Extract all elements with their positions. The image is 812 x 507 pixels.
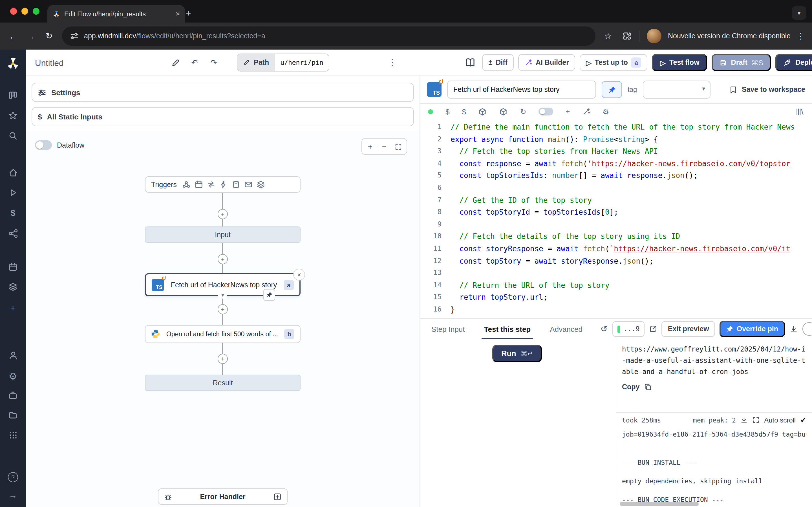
triggers-node[interactable]: Triggers (145, 176, 301, 193)
sidebar-search-icon[interactable] (0, 131, 26, 140)
download-logs-icon[interactable] (741, 416, 748, 424)
cut-off-icon[interactable] (802, 322, 812, 336)
step-b-node[interactable]: Open url and fetch first 500 words of ..… (145, 325, 301, 343)
step-expand-chevron-icon[interactable]: ▾ (218, 292, 227, 298)
site-settings-icon[interactable] (70, 32, 79, 41)
window-minimize-button[interactable] (21, 8, 28, 15)
run-button[interactable]: Run ⌘↵ (492, 345, 542, 362)
window-maximize-button[interactable] (33, 8, 40, 15)
pin-toggle-button[interactable] (602, 81, 622, 98)
fit-view-button[interactable] (391, 140, 405, 153)
flow-more-menu-icon[interactable]: ⋮ (388, 57, 397, 68)
reset-icon[interactable]: ↻ (520, 107, 526, 116)
diff-button[interactable]: ± Diff (483, 54, 514, 71)
pinned-data-chip[interactable] (263, 289, 275, 301)
webhook-trigger-icon[interactable] (183, 180, 191, 189)
delete-step-button[interactable]: × (293, 269, 305, 281)
add-error-handler-icon[interactable] (273, 493, 282, 501)
diff-mode-icon[interactable]: ± (566, 107, 570, 116)
step-a-node[interactable]: TS Fetch url of HackerNews top story a ×… (145, 273, 301, 296)
deploy-button[interactable]: Deploy (776, 54, 812, 71)
flow-name[interactable]: Untitled (35, 58, 64, 67)
sidebar-add-icon[interactable]: + (0, 303, 26, 313)
browser-menu-icon[interactable]: ⋮ (794, 27, 808, 45)
address-bar[interactable]: app.windmill.dev/flows/edit/u/henri/pin_… (62, 26, 595, 46)
browser-tab[interactable]: Edit Flow u/henri/pin_results × (47, 5, 185, 22)
add-step-button[interactable]: + (218, 209, 228, 219)
library-icon[interactable] (796, 107, 804, 116)
input-node[interactable]: Input (145, 226, 301, 243)
path-segment[interactable]: Path (238, 54, 274, 71)
zoom-in-button[interactable]: + (363, 140, 377, 153)
save-to-workspace-button[interactable]: Save to workspace (729, 86, 805, 94)
editor-toggle[interactable] (539, 108, 553, 115)
draft-button[interactable]: Draft ⌘S (712, 54, 771, 71)
tab-close-button[interactable]: × (175, 10, 180, 18)
package-icon[interactable] (499, 107, 508, 116)
result-node[interactable]: Result (145, 375, 301, 391)
tab-search-button[interactable]: ▾ (792, 6, 806, 20)
windmill-logo[interactable] (0, 56, 26, 71)
sidebar-variables-icon[interactable]: $ (0, 208, 26, 217)
http-route-tr igger-icon[interactable] (207, 180, 216, 189)
docs-book-icon[interactable] (463, 55, 478, 70)
path-control[interactable]: Path u/henri/pin (237, 54, 329, 71)
forward-button[interactable]: → (22, 27, 40, 45)
variables-dollar-icon[interactable]: $ (446, 107, 449, 116)
sidebar-resources-icon[interactable] (0, 229, 26, 238)
window-close-button[interactable] (10, 8, 17, 15)
all-static-inputs-row[interactable]: $ All Static Inputs (32, 107, 414, 126)
back-button[interactable]: ← (4, 27, 21, 45)
error-handler-node[interactable]: Error Handler (158, 489, 288, 505)
expand-logs-icon[interactable] (752, 416, 760, 424)
external-link-icon[interactable] (649, 325, 657, 333)
add-step-button[interactable]: + (218, 254, 228, 264)
redo-button[interactable]: ↷ (206, 55, 221, 70)
log-pane[interactable]: took 258ms mem peak: 2 Auto scroll ✓ job… (616, 412, 812, 507)
override-pin-button[interactable]: Override pin (720, 321, 785, 337)
kafka-trigger-icon[interactable] (257, 180, 265, 189)
chrome-update-notice[interactable]: Nouvelle version de Chrome disponible (666, 32, 793, 40)
flow-canvas[interactable]: Dataflow + − + + + + (26, 131, 419, 507)
add-step-button[interactable]: + (218, 304, 228, 314)
extensions-icon[interactable] (618, 27, 635, 45)
sidebar-schedules-icon[interactable] (0, 263, 26, 272)
edit-name-pencil-icon[interactable] (168, 55, 183, 70)
tag-select[interactable]: ▾ (643, 80, 710, 99)
sidebar-folders-icon[interactable] (0, 411, 26, 420)
tab-step-input[interactable]: Step Input (432, 319, 465, 339)
flow-settings-row[interactable]: Settings (32, 83, 414, 102)
tab-test-this-step[interactable]: Test this step (484, 319, 531, 339)
resources-dollar-icon[interactable]: $ (462, 107, 466, 116)
undo-button[interactable]: ↶ (187, 55, 202, 70)
sidebar-collapse-icon[interactable]: → (0, 490, 26, 500)
new-tab-button[interactable]: + (182, 7, 195, 20)
bookmark-star-icon[interactable]: ☆ (600, 27, 617, 45)
step-title-input[interactable] (447, 80, 596, 99)
sidebar-settings-gear-icon[interactable]: ⚙ (0, 371, 26, 383)
zoom-out-button[interactable]: − (377, 140, 391, 153)
ai-builder-button[interactable]: AI Builder (518, 54, 575, 71)
add-step-button[interactable]: + (218, 354, 228, 364)
package-icon[interactable] (478, 107, 487, 116)
exit-preview-button[interactable]: Exit preview (662, 321, 715, 337)
code-editor[interactable]: 1// Define the main function to fetch th… (420, 119, 812, 318)
auto-scroll-checkbox[interactable]: ✓ (800, 416, 806, 424)
job-id-badge[interactable]: ...9 (612, 321, 645, 337)
sidebar-triggers-icon[interactable] (0, 282, 26, 291)
sidebar-boards-icon[interactable] (0, 91, 26, 100)
sidebar-help-icon[interactable]: ? (0, 472, 26, 482)
profile-avatar[interactable] (647, 29, 661, 43)
sidebar-workers-icon[interactable] (0, 391, 26, 400)
sidebar-user-icon[interactable] (0, 350, 26, 360)
sidebar-favorites-icon[interactable] (0, 111, 26, 120)
dataflow-toggle[interactable] (35, 140, 52, 150)
horizontal-scrollbar[interactable] (620, 502, 699, 506)
websocket-trigger-icon[interactable] (220, 180, 228, 189)
history-icon[interactable]: ↺ (601, 324, 608, 334)
path-value[interactable]: u/henri/pin (274, 54, 329, 71)
sidebar-runs-icon[interactable] (0, 188, 26, 197)
sidebar-home-icon[interactable] (0, 168, 26, 177)
test-up-to-button[interactable]: ▷ Test up to a (580, 54, 648, 71)
copy-button[interactable]: Copy (622, 383, 806, 391)
